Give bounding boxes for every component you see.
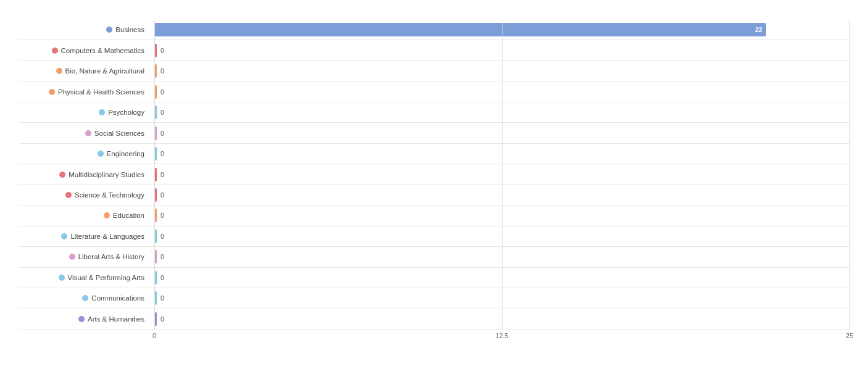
bar-color-dot (59, 172, 65, 178)
bar-wrapper: 0 (154, 271, 849, 284)
bar-row: Science & Technology0 (19, 185, 849, 205)
bar-label-text: Communications (91, 294, 144, 302)
bar-wrapper: 0 (154, 188, 849, 202)
bar-value-label: 0 (161, 109, 164, 116)
chart-container: Business22Computers & Mathematics0Bio, N… (0, 0, 868, 390)
chart-area: Business22Computers & Mathematics0Bio, N… (19, 20, 849, 330)
bar-color-dot (49, 89, 55, 95)
bar-wrapper: 0 (154, 312, 849, 326)
bar-label: Psychology (19, 107, 154, 117)
grid-line (849, 20, 850, 330)
bar-label-text: Business (115, 26, 144, 33)
bar-color-dot (69, 254, 75, 260)
bar-value-label: 0 (161, 67, 164, 75)
bar-stub (154, 64, 157, 78)
bar-stub (154, 291, 157, 305)
bar-wrapper: 0 (154, 85, 849, 99)
bar-row: Bio, Nature & Agricultural0 (19, 61, 849, 81)
bar-color-dot (65, 192, 72, 198)
bar-row: Visual & Performing Arts0 (19, 268, 849, 288)
bar-label: Education (19, 210, 154, 220)
bar-label-text: Visual & Performing Arts (68, 274, 144, 281)
bar-stub (154, 312, 157, 326)
bar-label-text: Arts & Humanities (88, 315, 144, 323)
bar-label: Liberal Arts & History (19, 252, 154, 262)
bars-section: Business22Computers & Mathematics0Bio, N… (19, 20, 849, 330)
bar-label-text: Multidisciplinary Studies (69, 171, 144, 178)
bar-row: Arts & Humanities0 (19, 309, 849, 330)
bar-color-dot (82, 295, 88, 301)
bar-label: Physical & Health Sciences (19, 87, 154, 97)
bar-color-dot (98, 151, 104, 157)
bar-color-dot (59, 275, 65, 281)
bar-value-label: 0 (161, 233, 164, 240)
bar-stub (154, 188, 157, 202)
bar-row: Multidisciplinary Studies0 (19, 164, 849, 185)
bar-label-text: Physical & Health Sciences (58, 88, 144, 96)
bar-label-text: Psychology (108, 109, 144, 116)
bar-row: Physical & Health Sciences0 (19, 81, 849, 102)
bar-row: Communications0 (19, 288, 849, 309)
bar-label-text: Bio, Nature & Agricultural (65, 67, 144, 75)
bar-stub (154, 250, 157, 263)
bar-color-dot (99, 109, 105, 115)
bar-row: Business22 (19, 20, 849, 40)
bar-wrapper: 0 (154, 291, 849, 305)
bar-label-text: Engineering (107, 150, 144, 157)
bar-wrapper: 0 (154, 147, 849, 160)
bar-value-label: 0 (161, 212, 164, 219)
bar-label: Science & Technology (19, 190, 154, 200)
bar-wrapper: 0 (154, 64, 849, 78)
bar-label: Computers & Mathematics (19, 46, 154, 56)
bar-label-text: Social Sciences (94, 130, 144, 137)
bar-row: Computers & Mathematics0 (19, 40, 849, 60)
bar-row: Liberal Arts & History0 (19, 247, 849, 267)
x-axis-label: 25 (846, 332, 853, 339)
bar-color-dot (56, 68, 62, 74)
bar-label: Engineering (19, 149, 154, 159)
bar-stub (154, 106, 157, 119)
bar-color-dot (85, 130, 91, 136)
bar-color-dot (106, 27, 112, 33)
bar-stub (154, 168, 157, 181)
bar-label: Multidisciplinary Studies (19, 170, 154, 180)
x-axis-label: 0 (152, 332, 156, 339)
bar-value-label: 0 (161, 47, 164, 54)
bar-fill: 22 (154, 23, 766, 36)
bar-label-text: Education (113, 212, 144, 219)
bar-label-text: Science & Technology (75, 191, 144, 199)
bar-color-dot (61, 233, 67, 239)
bar-label-text: Computers & Mathematics (61, 47, 145, 54)
bar-label: Communications (19, 293, 154, 303)
bar-wrapper: 0 (154, 230, 849, 243)
bar-wrapper: 0 (154, 127, 849, 140)
bar-label-text: Literature & Languages (70, 233, 144, 240)
bar-stub (154, 230, 157, 243)
bar-value-label: 0 (161, 294, 164, 302)
bar-value-label: 0 (161, 88, 164, 96)
bar-value-label: 0 (161, 150, 164, 157)
bar-stub (154, 127, 157, 140)
bar-wrapper: 0 (154, 106, 849, 119)
bar-label: Literature & Languages (19, 231, 154, 241)
bar-value-label: 0 (161, 130, 164, 137)
bar-value-label: 0 (161, 315, 164, 323)
bar-label: Bio, Nature & Agricultural (19, 66, 154, 76)
bar-stub (154, 147, 157, 160)
bar-color-dot (52, 48, 58, 54)
bar-wrapper: 0 (154, 250, 849, 263)
bar-stub (154, 44, 157, 57)
bar-value-label: 0 (161, 171, 164, 178)
bar-value-label: 0 (161, 274, 164, 281)
bar-value-label: 0 (161, 191, 164, 199)
bar-color-dot (104, 212, 110, 218)
bar-label: Social Sciences (19, 128, 154, 138)
x-axis: 012.525 (154, 332, 849, 343)
bar-row: Engineering0 (19, 144, 849, 164)
bar-row: Education0 (19, 205, 849, 226)
bar-label: Business (19, 25, 154, 35)
bar-label: Arts & Humanities (19, 314, 154, 324)
bar-wrapper: 22 (154, 23, 849, 36)
bar-stub (154, 209, 157, 222)
bar-color-dot (78, 316, 85, 322)
